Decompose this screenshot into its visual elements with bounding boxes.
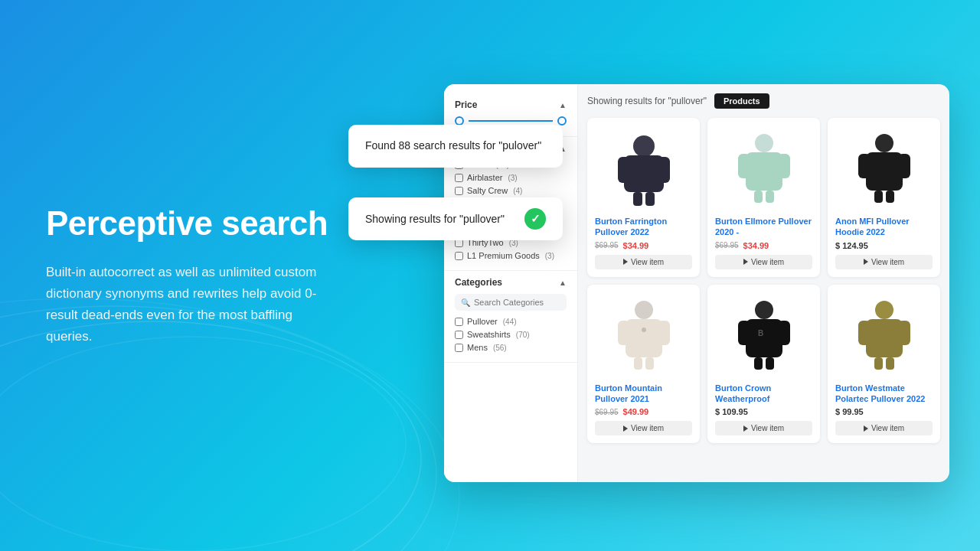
svg-rect-15 bbox=[766, 191, 774, 203]
category-checkbox-pullover[interactable] bbox=[455, 318, 463, 326]
svg-rect-23 bbox=[626, 319, 662, 357]
svg-rect-38 bbox=[858, 321, 871, 345]
svg-rect-13 bbox=[778, 154, 790, 178]
svg-point-4 bbox=[633, 135, 655, 157]
svg-rect-17 bbox=[866, 152, 903, 191]
svg-rect-20 bbox=[874, 191, 883, 203]
svg-text:B: B bbox=[758, 329, 763, 337]
brand-checkbox-airblaster[interactable] bbox=[455, 174, 463, 182]
products-tab[interactable]: Products bbox=[714, 93, 769, 109]
product-name-1: Burton Farrington Pullover 2022 bbox=[595, 216, 692, 238]
svg-rect-30 bbox=[746, 319, 782, 357]
svg-rect-21 bbox=[886, 191, 894, 203]
play-icon-4 bbox=[623, 425, 628, 432]
products-grid: Burton Farrington Pullover 2022 $69.95 $… bbox=[587, 118, 940, 443]
svg-rect-39 bbox=[898, 321, 910, 345]
product-price-5: $ 109.95 bbox=[715, 407, 812, 416]
product-price-6: $ 99.95 bbox=[835, 407, 933, 416]
autocorrect-message: Found 88 search results for "pulover" bbox=[365, 139, 541, 152]
brand-name-airblaster: Airblaster bbox=[467, 173, 502, 182]
svg-rect-25 bbox=[658, 321, 670, 345]
brand-count-salty-crew: (4) bbox=[513, 187, 522, 195]
svg-rect-24 bbox=[618, 321, 630, 345]
category-name-mens: Mens bbox=[467, 343, 488, 352]
product-price-4: $69.95 $49.99 bbox=[595, 407, 692, 416]
products-area: Showing results for "pullover" Products bbox=[578, 84, 949, 482]
svg-point-0 bbox=[0, 321, 421, 551]
view-item-button-6[interactable]: View item bbox=[835, 421, 933, 435]
svg-rect-27 bbox=[645, 357, 654, 370]
view-label-2: View item bbox=[751, 258, 784, 266]
svg-point-22 bbox=[635, 301, 653, 319]
svg-rect-7 bbox=[658, 157, 670, 183]
svg-rect-11 bbox=[746, 152, 782, 191]
svg-point-16 bbox=[875, 134, 893, 152]
product-name-6: Burton Westmate Polartec Pullover 2022 bbox=[835, 383, 933, 405]
product-price-1: $69.95 $34.99 bbox=[595, 241, 692, 250]
brand-count-airblaster: (3) bbox=[508, 174, 517, 182]
product-price-original-4: $69.95 bbox=[595, 408, 619, 416]
svg-rect-18 bbox=[858, 154, 871, 178]
view-label-1: View item bbox=[631, 258, 664, 266]
view-item-button-5[interactable]: View item bbox=[715, 421, 812, 435]
price-chevron-icon: ▲ bbox=[559, 101, 567, 109]
category-name-sweatshirts: Sweatshirts bbox=[467, 330, 511, 339]
svg-rect-34 bbox=[766, 357, 774, 370]
product-image-1 bbox=[595, 126, 692, 210]
product-price-regular-5: $ 109.95 bbox=[715, 407, 748, 416]
category-checkbox-sweatshirts[interactable] bbox=[455, 331, 463, 339]
view-item-button-4[interactable]: View item bbox=[595, 421, 692, 435]
product-card-2: Burton Ellmore Pullover 2020 - $69.95 $3… bbox=[707, 118, 820, 277]
view-label-5: View item bbox=[751, 424, 784, 432]
svg-rect-41 bbox=[886, 357, 894, 370]
brand-item-salty-crew[interactable]: Salty Crew (4) bbox=[455, 186, 567, 195]
product-price-sale-2: $34.99 bbox=[743, 241, 769, 250]
category-checkbox-mens[interactable] bbox=[455, 344, 463, 352]
category-item-sweatshirts[interactable]: Sweatshirts (70) bbox=[455, 330, 567, 339]
product-price-3: $ 124.95 bbox=[835, 241, 933, 250]
category-count-pullover: (44) bbox=[503, 318, 517, 326]
brand-checkbox-l1[interactable] bbox=[455, 252, 463, 260]
view-label-4: View item bbox=[631, 424, 664, 432]
category-item-mens[interactable]: Mens (56) bbox=[455, 343, 567, 352]
brand-checkbox-salty-crew[interactable] bbox=[455, 187, 463, 195]
price-range-handle-right[interactable] bbox=[557, 116, 567, 126]
svg-rect-33 bbox=[754, 357, 763, 370]
categories-search-input[interactable] bbox=[474, 298, 560, 307]
svg-rect-6 bbox=[618, 157, 630, 183]
categories-filter-section: Categories ▲ 🔍 Pullover (44) Sweatshirts… bbox=[444, 271, 577, 363]
results-text: Showing results for "pullover" bbox=[587, 96, 707, 106]
svg-point-36 bbox=[875, 301, 893, 319]
brand-item-airblaster[interactable]: Airblaster (3) bbox=[455, 173, 567, 182]
product-image-6 bbox=[835, 292, 933, 377]
price-filter-header[interactable]: Price ▲ bbox=[455, 99, 567, 110]
price-range-track bbox=[469, 120, 553, 122]
product-name-2: Burton Ellmore Pullover 2020 - bbox=[715, 216, 812, 238]
categories-filter-header[interactable]: Categories ▲ bbox=[455, 277, 567, 288]
category-item-pullover[interactable]: Pullover (44) bbox=[455, 317, 567, 326]
brand-item-l1[interactable]: L1 Premium Goods (3) bbox=[455, 251, 567, 260]
svg-rect-32 bbox=[778, 321, 790, 345]
product-card-6: Burton Westmate Polartec Pullover 2022 $… bbox=[828, 285, 940, 444]
view-item-button-3[interactable]: View item bbox=[835, 255, 933, 269]
product-card-4: Burton Mountain Pullover 2021 $69.95 $49… bbox=[587, 285, 700, 444]
category-count-mens: (56) bbox=[493, 344, 507, 352]
play-icon-2 bbox=[743, 259, 748, 265]
play-icon-3 bbox=[864, 259, 868, 265]
product-name-5: Burton Crown Weatherproof bbox=[715, 383, 812, 405]
categories-chevron-icon: ▲ bbox=[559, 279, 567, 287]
product-image-2 bbox=[715, 126, 812, 210]
view-item-button-2[interactable]: View item bbox=[715, 255, 812, 269]
product-image-5: B bbox=[715, 292, 812, 377]
svg-point-28 bbox=[642, 328, 646, 332]
categories-search-container[interactable]: 🔍 bbox=[455, 294, 567, 311]
product-price-original-2: $69.95 bbox=[715, 241, 739, 249]
product-price-regular-6: $ 99.95 bbox=[835, 407, 864, 416]
svg-rect-31 bbox=[738, 321, 750, 345]
corrected-message: Showing results for "pullover" bbox=[365, 213, 505, 225]
view-item-button-1[interactable]: View item bbox=[595, 255, 692, 269]
view-label-3: View item bbox=[871, 258, 904, 266]
play-icon-1 bbox=[623, 259, 628, 265]
left-panel: Perceptive search Built-in autocorrect a… bbox=[46, 204, 368, 347]
categories-label: Categories bbox=[455, 277, 502, 288]
